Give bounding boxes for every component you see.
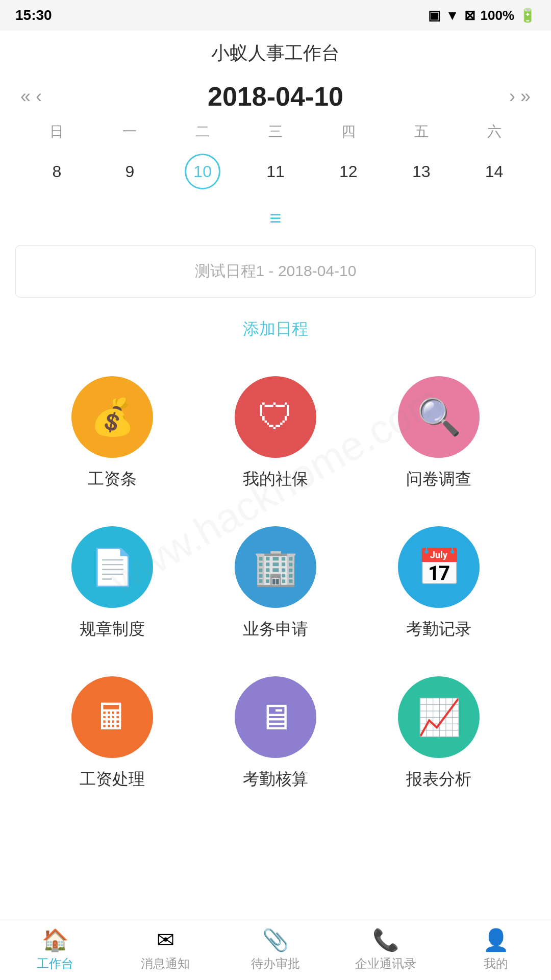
nav-item-messages[interactable]: ✉ 消息通知 [110,927,220,972]
schedule-box: 测试日程1 - 2018-04-10 [15,245,536,298]
survey-icon: 🔍 [398,376,480,458]
icon-item-social-security[interactable]: 🛡 我的社保 [194,361,357,511]
cal-day-11[interactable]: 11 [239,146,312,197]
approval-nav-icon: 📎 [262,927,289,952]
next-next-button[interactable]: » [520,86,531,107]
status-bar: 15:30 ▣ ▼ ⊠ 100% 🔋 [0,0,551,31]
cal-day-9[interactable]: 9 [93,146,166,197]
business-apply-label: 业务申请 [243,618,308,641]
salary-slip-icon: 💰 [71,376,153,458]
workbench-nav-icon: 🏠 [42,927,68,952]
nav-item-workbench[interactable]: 🏠 工作台 [0,927,110,972]
salary-slip-label: 工资条 [88,468,137,491]
icon-item-salary-slip[interactable]: 💰 工资条 [31,361,194,511]
calendar-weekdays: 日 一 二 三 四 五 六 [20,122,531,141]
battery-label: 100% [481,8,515,23]
weekday-sat: 六 [458,122,531,141]
icon-item-attendance-calc[interactable]: 🖥 考勤核算 [194,661,357,811]
status-time: 15:30 [15,7,52,23]
attendance-record-icon: 📅 [398,526,480,608]
profile-nav-icon: 👤 [483,927,509,952]
cal-day-12[interactable]: 12 [312,146,385,197]
social-security-label: 我的社保 [243,468,308,491]
weekday-mon: 一 [93,122,166,141]
cal-day-13[interactable]: 13 [385,146,458,197]
calendar-grid: 日 一 二 三 四 五 六 8 9 10 11 12 13 14 [0,122,551,197]
weekday-tue: 二 [166,122,239,141]
wifi-icon: ▼ [446,8,459,23]
messages-nav-icon: ✉ [157,927,174,952]
approval-nav-label: 待办审批 [251,955,300,972]
feature-icons-grid: 💰 工资条 🛡 我的社保 🔍 问卷调查 📄 规章制度 🏢 业务申请 📅 考勤记录… [0,351,551,811]
icon-item-survey[interactable]: 🔍 问卷调查 [357,361,520,511]
calendar-nav: « ‹ 2018-04-10 › » [0,71,551,122]
calendar-date: 2018-04-10 [57,81,494,112]
weekday-fri: 五 [385,122,458,141]
attendance-calc-label: 考勤核算 [243,768,308,791]
calendar-days: 8 9 10 11 12 13 14 [20,146,531,197]
weekday-thu: 四 [312,122,385,141]
icon-item-attendance-record[interactable]: 📅 考勤记录 [357,511,520,661]
icon-item-report-analysis[interactable]: 📈 报表分析 [357,661,520,811]
prev-prev-group[interactable]: « ‹ [20,86,42,107]
signal-icon: ▣ [428,8,441,23]
nav-item-contacts[interactable]: 📞 企业通讯录 [331,927,441,972]
prev-button[interactable]: ‹ [36,86,42,107]
salary-process-label: 工资处理 [80,768,145,791]
icon-item-salary-process[interactable]: 🖩 工资处理 [31,661,194,811]
contacts-nav-icon: 📞 [372,927,399,952]
status-right: ▣ ▼ ⊠ 100% 🔋 [428,8,536,23]
messages-nav-label: 消息通知 [141,955,190,972]
battery-icon: 🔋 [519,8,536,23]
schedule-text: 测试日程1 - 2018-04-10 [195,262,357,279]
salary-process-icon: 🖩 [71,676,153,758]
contacts-nav-label: 企业通讯录 [355,955,416,972]
calendar-toggle[interactable]: ≡ [0,197,551,240]
next-button[interactable]: › [509,86,515,107]
attendance-record-label: 考勤记录 [406,618,471,641]
profile-nav-label: 我的 [484,955,508,972]
social-security-icon: 🛡 [235,376,316,458]
bottom-nav: 🏠 工作台 ✉ 消息通知 📎 待办审批 📞 企业通讯录 👤 我的 [0,919,551,980]
icon-item-regulations[interactable]: 📄 规章制度 [31,511,194,661]
cal-day-14[interactable]: 14 [458,146,531,197]
next-next-group[interactable]: › » [509,86,531,107]
nav-item-profile[interactable]: 👤 我的 [441,927,551,972]
prev-prev-button[interactable]: « [20,86,31,107]
cal-day-10[interactable]: 10 [166,146,239,197]
app-header: 小蚁人事工作台 [0,31,551,71]
weekday-wed: 三 [239,122,312,141]
network-icon: ⊠ [464,8,475,23]
nav-item-approval[interactable]: 📎 待办审批 [220,927,331,972]
report-analysis-label: 报表分析 [406,768,471,791]
business-apply-icon: 🏢 [235,526,316,608]
attendance-calc-icon: 🖥 [235,676,316,758]
icon-item-business-apply[interactable]: 🏢 业务申请 [194,511,357,661]
regulations-icon: 📄 [71,526,153,608]
workbench-nav-label: 工作台 [37,955,73,972]
regulations-label: 规章制度 [80,618,145,641]
add-schedule-button[interactable]: 添加日程 [0,303,551,351]
weekday-sun: 日 [20,122,93,141]
app-title: 小蚁人事工作台 [211,42,340,63]
cal-day-8[interactable]: 8 [20,146,93,197]
survey-label: 问卷调查 [406,468,471,491]
report-analysis-icon: 📈 [398,676,480,758]
